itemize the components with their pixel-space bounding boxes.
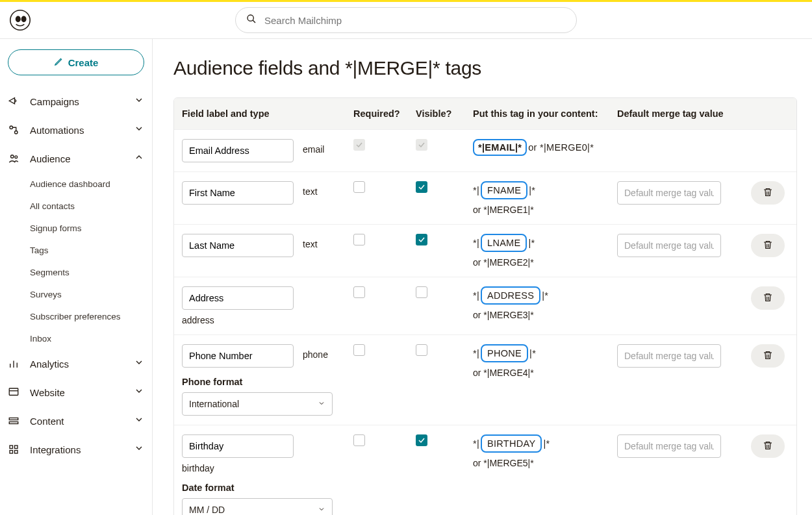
visible-checkbox-birthday[interactable] [416, 434, 427, 446]
sidebar-subitem-tags[interactable]: Tags [30, 239, 144, 261]
table-row-lname: text *| LNAME |* or *|MERGE2|* [174, 225, 796, 277]
extra-select-birthday[interactable]: MM / DD [182, 498, 333, 515]
required-checkbox-fname[interactable] [353, 181, 365, 193]
chevron-down-icon [134, 414, 144, 427]
sidebar-subitem-subscriber-preferences[interactable]: Subscriber preferences [30, 305, 144, 327]
svg-rect-16 [10, 446, 13, 449]
audience-icon [8, 153, 30, 164]
table-header-row: Field label and type Required? Visible? … [174, 98, 796, 130]
field-label-input-phone[interactable] [182, 344, 294, 368]
sidebar-subitem-inbox[interactable]: Inbox [30, 327, 144, 349]
chevron-down-icon [318, 505, 325, 515]
sidebar-item-automations[interactable]: Automations [8, 116, 144, 144]
chevron-down-icon [134, 95, 144, 108]
sidebar-item-label: Analytics [30, 358, 134, 370]
sidebar-item-analytics[interactable]: Analytics [8, 349, 144, 378]
chevron-down-icon [134, 357, 144, 370]
sidebar-item-audience[interactable]: Audience [8, 144, 144, 173]
svg-rect-14 [9, 418, 18, 420]
visible-checkbox-address[interactable] [416, 286, 427, 298]
svg-point-3 [247, 15, 253, 21]
sidebar-subitem-audience-dashboard[interactable]: Audience dashboard [30, 173, 144, 195]
sidebar-subitem-surveys[interactable]: Surveys [30, 283, 144, 305]
default-value-input-lname[interactable] [617, 234, 721, 257]
svg-rect-12 [9, 388, 18, 396]
visible-checkbox-lname[interactable] [416, 234, 427, 245]
sidebar-item-integrations[interactable]: Integrations [8, 435, 144, 464]
trash-icon [763, 440, 773, 453]
sidebar-subitem-signup-forms[interactable]: Signup forms [30, 217, 144, 239]
sidebar-item-content[interactable]: Content [8, 407, 144, 435]
search-input[interactable] [263, 14, 566, 27]
chevron-down-icon [318, 399, 325, 409]
trash-icon [763, 292, 773, 305]
table-row-email: email *|EMAIL|* or *|MERGE0|* [174, 130, 796, 172]
col-header-default: Default merge tag value [617, 108, 747, 119]
merge-tag-input-lname[interactable]: LNAME [481, 234, 527, 252]
automations-icon [8, 124, 30, 136]
default-value-input-birthday[interactable] [617, 434, 721, 458]
visible-checkbox-phone[interactable] [416, 344, 427, 356]
table-row-birthday: birthday Date format MM / DD *| BIRTHDAY… [174, 425, 796, 515]
table-row-address: address *| ADDRESS |* or *|MERGE3|* [174, 277, 796, 335]
svg-point-8 [15, 156, 18, 158]
svg-rect-18 [10, 451, 13, 454]
delete-button-birthday[interactable] [751, 434, 785, 458]
merge-tag-alt-fname: or *|MERGE1|* [473, 205, 617, 215]
field-label-input-lname[interactable] [182, 234, 294, 257]
required-checkbox-lname[interactable] [353, 234, 365, 245]
sidebar-item-website[interactable]: Website [8, 378, 144, 407]
merge-tag-alt-address: or *|MERGE3|* [473, 310, 617, 320]
delete-button-address[interactable] [751, 286, 785, 310]
visible-checkbox-fname[interactable] [416, 181, 427, 193]
delete-button-phone[interactable] [751, 344, 785, 368]
merge-tag-input-phone[interactable]: PHONE [481, 344, 528, 362]
required-checkbox-phone[interactable] [353, 344, 365, 356]
search-input-container[interactable] [235, 7, 577, 33]
delete-button-fname[interactable] [751, 181, 785, 205]
mailchimp-logo[interactable] [0, 10, 40, 31]
pencil-icon [54, 57, 63, 68]
field-label-input-fname[interactable] [182, 181, 294, 205]
create-button[interactable]: Create [8, 49, 144, 75]
delete-button-lname[interactable] [751, 234, 785, 257]
sidebar-item-label: Content [30, 416, 134, 427]
merge-tag-input-address[interactable]: ADDRESS [481, 286, 540, 305]
merge-tag-input-birthday[interactable]: BIRTHDAY [481, 434, 542, 453]
extra-select-phone[interactable]: International [182, 392, 333, 416]
create-button-label: Create [68, 57, 99, 68]
svg-rect-17 [15, 446, 18, 449]
field-type-email: email [303, 139, 324, 155]
trash-icon [763, 240, 773, 252]
extra-heading-birthday: Date format [182, 483, 353, 493]
sidebar-item-campaigns[interactable]: Campaigns [8, 87, 144, 116]
col-header-label: Field label and type [182, 108, 353, 119]
sidebar-subitem-all-contacts[interactable]: All contacts [30, 195, 144, 217]
main-content: Audience fields and *|MERGE|* tags Field… [153, 39, 812, 515]
svg-line-4 [253, 20, 255, 23]
field-label-input-address[interactable] [182, 286, 294, 310]
required-checkbox-address[interactable] [353, 286, 365, 298]
default-value-input-phone[interactable] [617, 344, 721, 368]
website-icon [8, 386, 30, 398]
extra-select-value-phone: International [189, 399, 239, 409]
chevron-down-icon [134, 386, 144, 399]
required-checkbox-birthday[interactable] [353, 434, 365, 446]
merge-tag-email: *|EMAIL|* [473, 139, 527, 156]
sidebar-subitem-segments[interactable]: Segments [30, 261, 144, 283]
extra-heading-phone: Phone format [182, 377, 353, 387]
integrations-icon [8, 444, 30, 455]
chevron-down-icon [134, 443, 144, 456]
table-row-phone: phone Phone format International *| PHON… [174, 335, 796, 425]
field-label-input-email[interactable] [182, 139, 294, 162]
chevron-up-icon [134, 152, 144, 165]
table-row-fname: text *| FNAME |* or *|MERGE1|* [174, 172, 796, 225]
sidebar: Create Campaigns Automations Audience Au… [0, 39, 153, 515]
sidebar-item-label: Integrations [30, 444, 134, 455]
merge-tag-input-fname[interactable]: FNAME [481, 181, 527, 199]
default-value-input-fname[interactable] [617, 181, 721, 205]
field-label-input-birthday[interactable] [182, 434, 294, 458]
svg-point-2 [21, 16, 27, 23]
merge-tag-alt-phone: or *|MERGE4|* [473, 368, 617, 378]
svg-point-7 [11, 155, 14, 158]
